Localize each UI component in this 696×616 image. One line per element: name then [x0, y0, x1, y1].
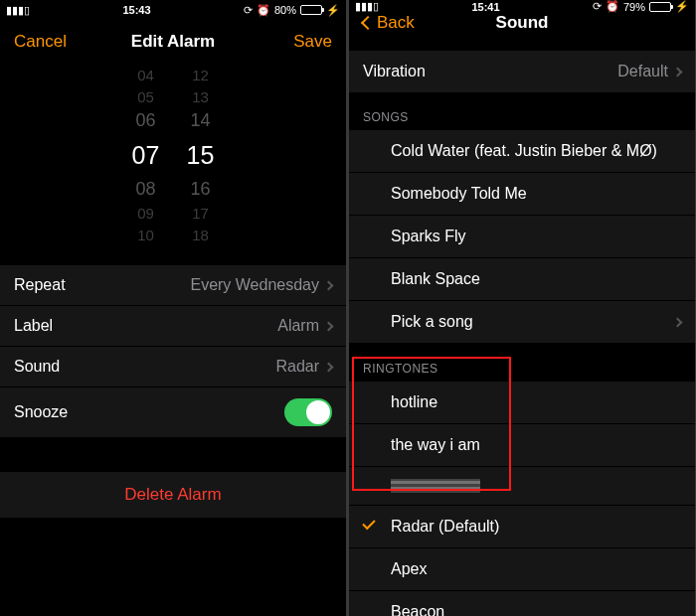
songs-header: SONGS: [349, 92, 695, 130]
lock-icon: ⟳: [244, 4, 253, 17]
chevron-right-icon: [324, 362, 334, 372]
alarm-icon: ⏰: [257, 4, 270, 17]
snooze-row: Snooze: [0, 387, 346, 438]
redacted-text: [391, 479, 480, 493]
sound-row[interactable]: Sound Radar: [0, 347, 346, 387]
charging-icon: ⚡: [326, 4, 340, 17]
chevron-right-icon: [673, 67, 683, 77]
song-row[interactable]: Cold Water (feat. Justin Bieber & MØ): [349, 130, 695, 173]
snooze-label: Snooze: [14, 403, 68, 421]
chevron-right-icon: [673, 317, 683, 327]
chevron-right-icon: [324, 321, 334, 331]
label-row[interactable]: Label Alarm: [0, 306, 346, 347]
battery-icon: [649, 2, 671, 12]
ringtone-row-redacted[interactable]: [349, 467, 695, 506]
snooze-toggle[interactable]: [284, 398, 332, 426]
time-picker[interactable]: 04 05 06 07 08 09 10 12 13 14 15 16 17 1…: [0, 77, 346, 231]
song-row[interactable]: Somebody Told Me: [349, 173, 695, 216]
clock-time: 15:43: [122, 4, 150, 16]
vibration-row[interactable]: Vibration Default: [349, 51, 695, 92]
vibration-label: Vibration: [363, 63, 426, 80]
repeat-row[interactable]: Repeat Every Wednesday: [0, 265, 346, 306]
ringtone-row[interactable]: Beacon: [349, 591, 695, 616]
ringtone-row[interactable]: hotline: [349, 382, 695, 424]
battery-pct: 80%: [274, 4, 296, 16]
lock-icon: ⟳: [593, 0, 602, 13]
hour-column[interactable]: 04 05 06 07 08 09 10: [118, 77, 173, 231]
sound-value: Radar: [275, 358, 319, 376]
repeat-label: Repeat: [14, 276, 66, 294]
sound-label: Sound: [14, 358, 60, 376]
signal-icon: ▮▮▮▯: [355, 0, 379, 13]
save-button[interactable]: Save: [293, 32, 332, 52]
charging-icon: ⚡: [675, 0, 689, 13]
nav-bar: Cancel Edit Alarm Save: [0, 20, 346, 64]
battery-pct: 79%: [623, 1, 645, 13]
label-value: Alarm: [277, 317, 319, 335]
song-row[interactable]: Sparks Fly: [349, 216, 695, 258]
nav-bar: Back Sound: [349, 13, 695, 33]
vibration-value: Default: [617, 63, 668, 80]
alarm-icon: ⏰: [606, 0, 619, 13]
clock-time: 15:41: [471, 1, 499, 13]
status-bar: ▮▮▮▯ 15:41 ⟳ ⏰ 79% ⚡: [349, 0, 695, 13]
chevron-left-icon: [361, 16, 375, 30]
delete-alarm-button[interactable]: Delete Alarm: [0, 472, 346, 518]
status-bar: ▮▮▮▯ 15:43 ⟳ ⏰ 80% ⚡: [0, 0, 346, 20]
repeat-value: Every Wednesday: [190, 276, 319, 294]
ringtone-row-selected[interactable]: Radar (Default): [349, 506, 695, 548]
pick-song-row[interactable]: Pick a song: [349, 301, 695, 344]
edit-alarm-screen: ▮▮▮▯ 15:43 ⟳ ⏰ 80% ⚡ Cancel Edit Alarm S…: [0, 0, 346, 616]
minute-column[interactable]: 12 13 14 15 16 17 18: [173, 77, 228, 231]
ringtone-row[interactable]: the way i am: [349, 424, 695, 467]
ringtones-header: RINGTONES: [349, 344, 695, 382]
label-label: Label: [14, 317, 53, 335]
signal-icon: ▮▮▮▯: [6, 4, 30, 17]
song-row[interactable]: Blank Space: [349, 258, 695, 301]
sound-screen: ▮▮▮▯ 15:41 ⟳ ⏰ 79% ⚡ Back Sound Vibratio…: [349, 0, 695, 616]
ringtone-row[interactable]: Apex: [349, 548, 695, 591]
battery-icon: [300, 5, 322, 15]
chevron-right-icon: [324, 280, 334, 290]
cancel-button[interactable]: Cancel: [14, 32, 67, 52]
back-button[interactable]: Back: [363, 13, 415, 33]
checkmark-icon: [362, 517, 375, 530]
